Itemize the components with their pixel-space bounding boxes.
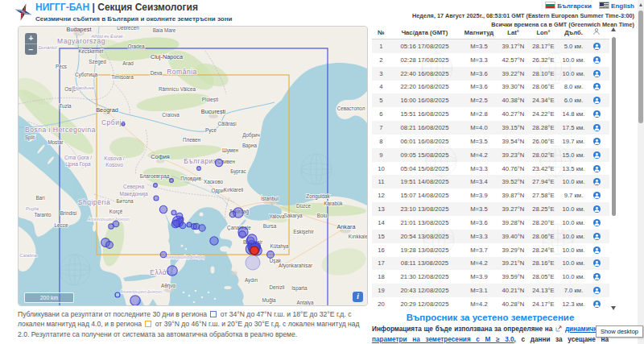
col-lon: Lon°	[527, 29, 559, 36]
cell-lon: 24.22°E	[527, 110, 559, 118]
map-label: Sakarya	[283, 213, 303, 219]
cell-dt: 15:51 16/08/2025	[390, 110, 459, 118]
site-subtitle: Сеизмични събития в България и околните …	[35, 14, 232, 24]
felt-report-button[interactable]	[588, 165, 605, 172]
map-label: Lecce	[55, 222, 68, 228]
table-row: 1005:04 15/08/2025M=3.340.76°N23.42°E13.…	[372, 162, 609, 176]
felt-report-button[interactable]	[588, 233, 605, 240]
felt-report-button[interactable]	[588, 259, 605, 267]
table-row: 1421:01 13/08/2025M=3.639.28°N28.20°E10.…	[372, 216, 609, 230]
section-name: Секция Сеизмология	[97, 2, 198, 13]
felt-report-button[interactable]	[588, 70, 605, 77]
orange-region-swatch-icon	[145, 321, 151, 327]
felt-report-button[interactable]	[588, 287, 605, 294]
cell-lat: 40.76°N	[499, 165, 527, 172]
cell-lat: 39.54°N	[499, 138, 527, 145]
earthquake-marker[interactable]	[215, 159, 222, 166]
earthquake-marker[interactable]	[239, 231, 246, 238]
earthquake-marker[interactable]	[167, 266, 178, 276]
table-scrollbar-thumb[interactable]	[612, 37, 616, 216]
earthquake-marker[interactable]	[122, 122, 125, 126]
felt-report-button[interactable]	[588, 178, 605, 185]
earthquake-marker[interactable]	[154, 196, 159, 201]
questionnaire-title-link[interactable]: Въпросник за усетено земетресение	[372, 313, 609, 322]
earthquake-marker[interactable]	[154, 184, 158, 188]
cell-d: 12.3 км.	[559, 300, 588, 308]
earthquake-marker[interactable]	[180, 222, 186, 229]
table-scrollbar[interactable]	[610, 27, 617, 310]
lang-english-link[interactable]: English	[611, 2, 634, 10]
felt-report-button[interactable]	[588, 300, 605, 308]
zoom-in-button[interactable]: +	[25, 33, 37, 44]
map-label: Crna Gora /	[64, 155, 92, 160]
col-magnitude: Магнитуд	[459, 29, 499, 36]
felt-report-button[interactable]	[588, 138, 605, 145]
felt-report-button[interactable]	[588, 97, 605, 104]
cell-n: 2	[372, 56, 390, 64]
page-scrollbar-thumb[interactable]	[638, 10, 643, 123]
scroll-up-icon[interactable]	[611, 27, 616, 31]
felt-report-button[interactable]	[588, 124, 605, 131]
map-label: Bosna i Hercegovina	[25, 126, 96, 134]
earthquake-marker[interactable]	[197, 167, 201, 171]
cell-m: M=2.8	[459, 110, 499, 118]
cell-n: 7	[372, 124, 390, 131]
cell-m: M=3.3	[459, 165, 499, 172]
map-label: Αποκεντρωμένη Διοίκηση	[119, 289, 162, 294]
cell-lon: 28.06°E	[527, 83, 559, 90]
earthquake-marker[interactable]	[159, 205, 167, 213]
felt-report-button[interactable]	[588, 273, 605, 280]
cell-d: 10.0 км.	[559, 247, 588, 254]
felt-report-button[interactable]	[588, 83, 605, 90]
table-row: 322:40 16/08/2025M=3.639.22°N28.10°E10.0…	[372, 67, 609, 81]
zoom-out-button[interactable]: −	[25, 44, 37, 55]
map-attribution-button[interactable]: i	[353, 292, 363, 302]
cell-d: 14.8 км.	[559, 110, 588, 118]
felt-report-button[interactable]	[588, 110, 605, 118]
cell-d: 10.0 км.	[559, 273, 588, 280]
earthquake-marker[interactable]	[267, 251, 275, 259]
table-row: 1119:51 14/08/2025M=3.439.52°N27.94°E10.…	[372, 175, 609, 189]
earthquake-marker[interactable]	[199, 225, 205, 231]
earthquake-marker[interactable]	[229, 211, 236, 218]
earthquake-marker[interactable]	[171, 220, 180, 228]
cell-d: 10.0 км.	[559, 219, 588, 226]
felt-report-button[interactable]	[588, 192, 605, 199]
scroll-down-icon[interactable]	[611, 306, 616, 310]
earthquake-marker[interactable]	[210, 237, 218, 245]
latest-earthquake-marker[interactable]	[250, 247, 258, 255]
map-label: Бургас	[230, 168, 246, 175]
map-label: Ploiești	[202, 97, 218, 103]
map-label: Aydın	[245, 277, 258, 284]
earthquake-marker[interactable]	[170, 179, 174, 183]
earthquake-marker[interactable]	[130, 296, 141, 305]
seismic-map[interactable]: BudapestDebrecenBaia MareMagyarországAlf…	[18, 26, 368, 306]
cell-lon: 24.34°E	[527, 97, 559, 104]
map-label: Αποκεντρωμένη Διοίκηση	[87, 217, 130, 222]
earthquake-marker[interactable]	[160, 251, 167, 258]
lang-bulgarian-link[interactable]: Български	[557, 2, 592, 10]
felt-report-button[interactable]	[588, 43, 605, 50]
page-scrollbar[interactable]	[638, 0, 644, 344]
map-label: Karabük	[324, 201, 343, 206]
table-row: 105:16 17/08/2025M=3.539.17°N28.17°E5.0 …	[372, 39, 609, 53]
felt-report-button[interactable]	[588, 151, 605, 159]
map-label: Shqipëria	[78, 198, 110, 206]
cell-d: 10.0 км.	[559, 233, 588, 240]
earthquake-marker[interactable]	[106, 242, 114, 249]
page-scroll-up-icon[interactable]	[639, 3, 642, 6]
earthquake-marker[interactable]	[109, 224, 114, 229]
map-label: Düzce	[296, 203, 311, 209]
earthquake-marker[interactable]	[247, 234, 257, 244]
felt-report-button[interactable]	[588, 247, 605, 254]
earthquake-marker[interactable]	[246, 255, 260, 270]
felt-report-button[interactable]	[588, 205, 605, 213]
cell-m: M=3.3	[459, 233, 499, 240]
felt-report-button[interactable]	[588, 56, 605, 64]
earthquake-marker[interactable]	[171, 210, 176, 215]
felt-report-button[interactable]	[588, 219, 605, 226]
earthquake-marker[interactable]	[176, 213, 183, 219]
table-row: 615:51 16/08/2025M=2.840.27°N24.22°E14.8…	[372, 107, 609, 121]
note-part1: Публикувани са резултати от последните 3…	[18, 310, 207, 318]
map-label: Pécs	[56, 64, 67, 69]
